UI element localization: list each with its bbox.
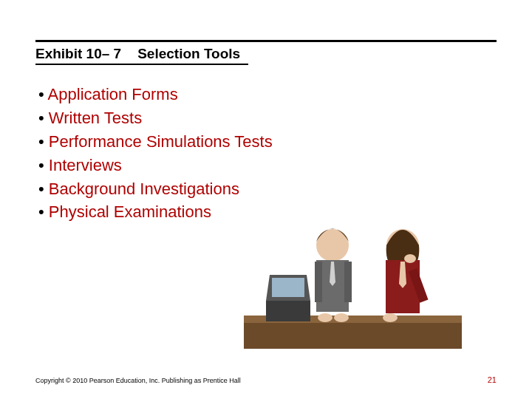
bullet-list: Application Forms Written Tests Performa… <box>38 83 273 224</box>
interview-clipart-icon <box>244 201 462 356</box>
list-item: Written Tests <box>38 106 273 130</box>
title-underline <box>35 64 248 65</box>
page-number: 21 <box>488 375 497 384</box>
svg-point-10 <box>318 313 332 322</box>
svg-rect-9 <box>344 262 352 302</box>
svg-rect-0 <box>244 319 462 349</box>
exhibit-heading: Selection Tools <box>137 46 240 61</box>
list-item: Interviews <box>38 154 273 177</box>
list-item: Physical Examinations <box>38 200 273 224</box>
exhibit-number: Exhibit 10– 7 <box>35 46 121 61</box>
top-rule <box>35 40 497 42</box>
svg-rect-8 <box>315 262 322 302</box>
list-item: Performance Simulations Tests <box>38 130 273 154</box>
svg-rect-4 <box>272 278 304 297</box>
svg-point-16 <box>404 254 416 263</box>
copyright-text: Copyright © 2010 Pearson Education, Inc.… <box>35 377 241 384</box>
svg-point-17 <box>383 313 398 322</box>
list-item: Background Investigations <box>38 177 273 201</box>
svg-point-11 <box>334 313 349 322</box>
list-item: Application Forms <box>38 83 273 106</box>
svg-rect-2 <box>266 301 310 321</box>
slide-title: Exhibit 10– 7Selection Tools <box>35 46 240 62</box>
